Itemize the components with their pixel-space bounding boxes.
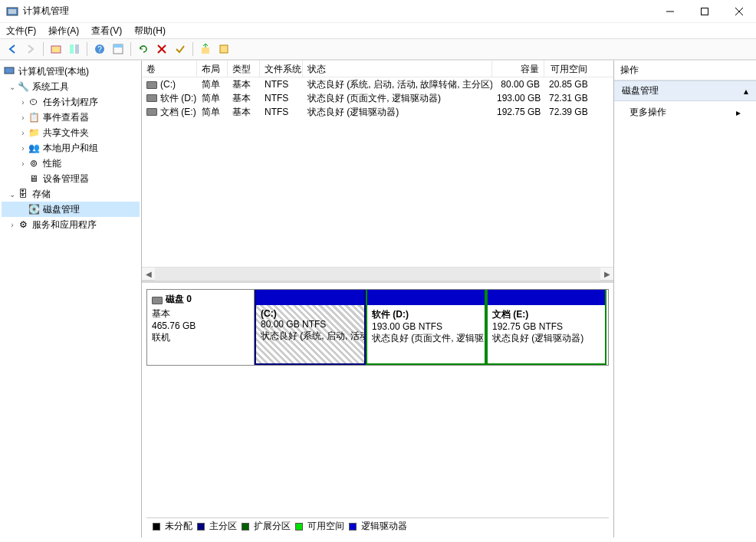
toolbar-btn-3[interactable] <box>110 41 126 57</box>
forward-button[interactable] <box>23 41 38 57</box>
close-button[interactable] <box>721 0 756 23</box>
legend-logical-swatch <box>349 523 357 531</box>
expand-icon[interactable]: › <box>18 98 28 107</box>
col-status[interactable]: 状态 <box>303 61 492 77</box>
expand-icon[interactable]: › <box>18 129 28 137</box>
expand-icon[interactable]: › <box>8 221 17 229</box>
col-volume[interactable]: 卷 <box>142 61 197 77</box>
nav-tree[interactable]: 计算机管理(本地) ⌄ 🔧 系统工具 › ⏲ 任务计划程序 › 📋 事件查看器 … <box>0 61 142 537</box>
storage-icon: 🗄 <box>17 188 29 200</box>
partition[interactable]: (C:)80.00 GB NTFS状态良好 (系统, 启动, 活动 <box>255 290 366 365</box>
disk-type: 基本 <box>152 307 249 320</box>
tree-disk-management[interactable]: 💽 磁盘管理 <box>2 202 140 217</box>
tree-services-apps[interactable]: › ⚙ 服务和应用程序 <box>2 217 140 232</box>
expand-icon[interactable]: › <box>18 113 28 122</box>
scroll-left[interactable]: ◀ <box>142 270 155 278</box>
scroll-right[interactable]: ▶ <box>600 270 613 278</box>
tree-shared-folders[interactable]: › 📁 共享文件夹 <box>2 125 140 140</box>
volume-list-body[interactable]: (C:) 简单基本 NTFS状态良好 (系统, 启动, 活动, 故障转储, 主分… <box>142 77 613 267</box>
expand-icon[interactable]: › <box>18 159 28 168</box>
partition[interactable]: 文档 (E:)192.75 GB NTFS状态良好 (逻辑驱动器) <box>486 290 606 365</box>
disk-icon: 💽 <box>28 203 40 215</box>
tree-event-viewer[interactable]: › 📋 事件查看器 <box>2 110 140 125</box>
tools-icon: 🔧 <box>17 80 29 93</box>
col-capacity[interactable]: 容量 <box>492 61 544 77</box>
h-scrollbar[interactable]: ◀ ▶ <box>142 267 613 280</box>
actions-group[interactable]: 磁盘管理 ▴ <box>614 80 756 101</box>
expand-icon[interactable]: › <box>18 144 28 153</box>
legend-free: 可用空间 <box>307 520 344 533</box>
collapse-icon[interactable]: ▴ <box>744 86 748 97</box>
minimize-button[interactable] <box>652 0 687 23</box>
tree-label: 设备管理器 <box>43 172 89 186</box>
tree-label: 共享文件夹 <box>43 126 89 140</box>
menu-view[interactable]: 查看(V) <box>91 25 122 38</box>
window-title: 计算机管理 <box>23 5 652 18</box>
volume-row[interactable]: (C:) 简单基本 NTFS状态良好 (系统, 启动, 活动, 故障转储, 主分… <box>142 77 613 91</box>
tree-label: 存储 <box>32 188 51 201</box>
submenu-icon: ▸ <box>736 107 741 118</box>
drive-icon <box>152 297 163 304</box>
expand-icon[interactable]: ⌄ <box>8 190 17 199</box>
col-layout[interactable]: 布局 <box>197 61 228 77</box>
legend-logical: 逻辑驱动器 <box>361 520 407 533</box>
toolbar-btn-4[interactable] <box>198 41 213 57</box>
tree-device-manager[interactable]: 🖥 设备管理器 <box>2 171 140 186</box>
toolbar-btn-2[interactable] <box>67 41 82 57</box>
col-filesystem[interactable]: 文件系统 <box>260 61 303 77</box>
back-button[interactable] <box>5 41 20 57</box>
col-free[interactable]: 可用空间 <box>544 61 592 77</box>
partition[interactable]: 软件 (D:)193.00 GB NTFS状态良好 (页面文件, 逻辑驱 <box>366 290 486 365</box>
actions-title: 操作 <box>614 61 756 80</box>
menu-action[interactable]: 操作(A) <box>48 25 79 38</box>
svg-rect-16 <box>220 45 228 53</box>
toolbar-btn-1[interactable] <box>48 41 64 57</box>
tree-label: 磁盘管理 <box>43 203 80 216</box>
disk-status: 联机 <box>152 331 249 344</box>
clock-icon: ⏲ <box>28 96 40 108</box>
tree-local-users[interactable]: › 👥 本地用户和组 <box>2 140 140 156</box>
perf-icon: ⊚ <box>28 157 40 169</box>
legend-unalloc-swatch <box>153 523 160 531</box>
tree-label: 事件查看器 <box>43 111 89 124</box>
more-actions[interactable]: 更多操作 ▸ <box>614 101 756 123</box>
expand-icon[interactable]: ⌄ <box>8 83 17 91</box>
help-button[interactable]: ? <box>92 41 107 57</box>
scroll-track[interactable] <box>155 268 600 281</box>
legend-unalloc: 未分配 <box>165 520 192 533</box>
col-type[interactable]: 类型 <box>228 61 260 77</box>
maximize-button[interactable] <box>687 0 721 23</box>
tree-performance[interactable]: › ⊚ 性能 <box>2 156 140 171</box>
delete-button[interactable] <box>154 41 169 57</box>
toolbar-btn-chk[interactable] <box>173 41 188 57</box>
svg-text:?: ? <box>97 45 102 54</box>
legend-primary: 主分区 <box>209 520 237 533</box>
toolbar-btn-5[interactable] <box>216 41 232 57</box>
volume-row[interactable]: 文档 (E:) 简单基本 NTFS状态良好 (逻辑驱动器) 192.75 GB7… <box>142 105 613 119</box>
tree-label: 任务计划程序 <box>43 96 98 109</box>
tree-label: 服务和应用程序 <box>32 218 97 232</box>
actions-group-label: 磁盘管理 <box>622 84 659 97</box>
legend-extended: 扩展分区 <box>254 520 291 533</box>
menu-help[interactable]: 帮助(H) <box>134 25 166 38</box>
svg-rect-7 <box>70 44 74 54</box>
menu-file[interactable]: 文件(F) <box>6 25 36 38</box>
disk-size: 465.76 GB <box>152 320 249 331</box>
tree-label: 性能 <box>43 157 61 170</box>
volume-row[interactable]: 软件 (D:) 简单基本 NTFS状态良好 (页面文件, 逻辑驱动器) 193.… <box>142 91 613 105</box>
svg-rect-1 <box>8 9 16 14</box>
volume-list-header: 卷 布局 类型 文件系统 状态 容量 可用空间 <box>142 61 613 77</box>
svg-rect-8 <box>75 44 79 54</box>
disk-label[interactable]: 磁盘 0 基本 465.76 GB 联机 <box>147 290 255 365</box>
legend-primary-swatch <box>197 523 205 531</box>
refresh-button[interactable] <box>136 41 151 57</box>
disk-0-row[interactable]: 磁盘 0 基本 465.76 GB 联机 (C:)80.00 GB NTFS状态… <box>146 289 609 366</box>
tree-storage[interactable]: ⌄ 🗄 存储 <box>2 186 140 202</box>
more-actions-label: 更多操作 <box>629 106 666 119</box>
tree-root[interactable]: 计算机管理(本地) <box>2 64 140 79</box>
disk-title: 磁盘 0 <box>166 293 192 306</box>
tree-system-tools[interactable]: ⌄ 🔧 系统工具 <box>2 79 140 94</box>
legend: 未分配 主分区 扩展分区 可用空间 逻辑驱动器 <box>146 517 609 534</box>
tree-label: 计算机管理(本地) <box>18 65 89 78</box>
tree-task-scheduler[interactable]: › ⏲ 任务计划程序 <box>2 94 140 110</box>
